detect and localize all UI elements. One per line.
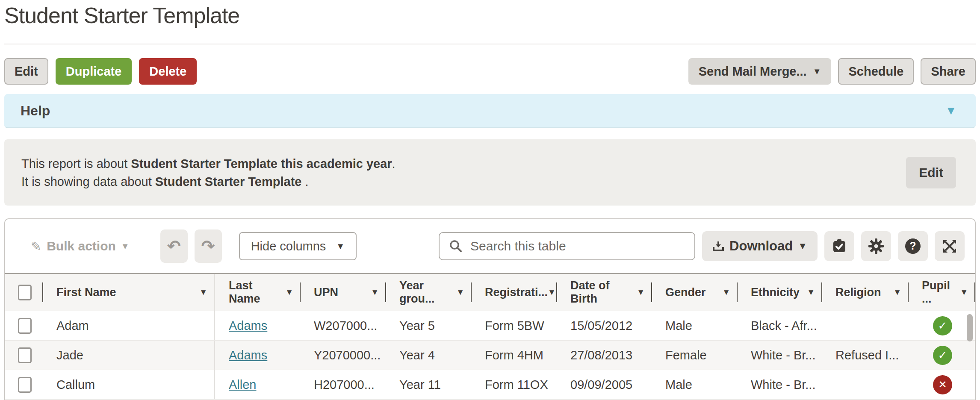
sort-chevron-icon[interactable]: ▼ [548,288,556,297]
schedule-button[interactable]: Schedule [838,58,914,85]
report-info-edit-button[interactable]: Edit [906,157,956,188]
fullscreen-button[interactable] [935,231,965,261]
bulk-action-label: Bulk action [47,239,116,253]
report-info-line2: It is showing data about Student Starter… [21,173,396,191]
send-mail-merge-button[interactable]: Send Mail Merge... ▼ [688,58,832,85]
undo-button[interactable]: ↶ [160,229,188,263]
sort-chevron-icon[interactable]: ▼ [285,288,293,297]
cell-ethnicity: Black - Afr... [737,311,822,340]
edit-button[interactable]: Edit [4,58,48,85]
sort-chevron-icon[interactable]: ▼ [199,288,207,297]
row-select-cell [5,370,43,399]
cell-registration: Form 4HM [471,341,557,370]
last-name-link[interactable]: Adams [229,348,267,362]
pencil-icon: ✎ [31,239,41,254]
table-panel: ✎ Bulk action ▼ ↶ ↷ Hide columns ▼ Do [4,218,976,400]
sort-chevron-icon[interactable]: ▼ [960,288,968,297]
chevron-down-icon: ▼ [121,242,130,250]
cell-last-name: Allen [215,370,300,399]
select-all-checkbox[interactable] [18,285,32,300]
cell-pupil-status: ✕ [908,370,975,399]
cell-date-of-birth: 15/05/2012 [557,311,652,340]
cell-upn: Y2070000... [300,341,386,370]
table-row: Adam Adams W207000... Year 5 Form 5BW 15… [5,311,975,340]
delete-button[interactable]: Delete [139,58,197,85]
column-header-registration[interactable]: Registrati...▼ [471,274,557,311]
chevron-down-icon: ▼ [813,67,821,76]
cell-first-name: Adam [43,311,215,340]
share-button[interactable]: Share [921,58,976,85]
table-header-row: First Name▼ Last Name▼ UPN▼ Year grou...… [5,273,975,311]
select-all-cell [5,274,43,311]
help-expand-chevron-icon[interactable]: ▼ [945,104,957,118]
row-checkbox[interactable] [18,318,32,334]
hide-columns-dropdown[interactable]: Hide columns ▼ [239,232,357,260]
cell-religion [822,370,908,399]
action-bar-right: Send Mail Merge... ▼ Schedule Share [688,58,976,85]
action-bar-left: Edit Duplicate Delete [4,58,197,85]
cell-ethnicity: White - Br... [737,370,822,399]
last-name-link[interactable]: Allen [229,378,257,392]
search-icon [449,239,463,253]
status-badge: ✕ [933,375,952,394]
cell-religion [822,311,908,340]
search-input[interactable] [470,239,686,253]
action-bar: Edit Duplicate Delete Send Mail Merge...… [4,58,976,85]
sort-chevron-icon[interactable]: ▼ [456,288,464,297]
row-checkbox[interactable] [18,347,32,363]
table-row: Jade Adams Y2070000... Year 4 Form 4HM 2… [5,340,975,370]
column-header-ethnicity[interactable]: Ethnicity▼ [737,274,822,311]
sort-chevron-icon[interactable]: ▼ [722,288,730,297]
sort-chevron-icon[interactable]: ▼ [807,288,815,297]
help-button[interactable]: ? [898,231,928,261]
svg-text:?: ? [909,240,916,252]
column-header-upn[interactable]: UPN▼ [300,274,386,311]
column-header-date-of-birth[interactable]: Date of Birth▼ [557,274,652,311]
header-divider [4,44,976,44]
cell-upn: W207000... [300,311,386,340]
sort-chevron-icon[interactable]: ▼ [893,288,901,297]
page-title: Student Starter Template [4,3,976,28]
download-icon [712,240,724,252]
cell-gender: Female [652,341,737,370]
cell-date-of-birth: 27/08/2013 [557,341,652,370]
cell-pupil-status: ✓ [908,311,975,340]
cell-year-group: Year 5 [386,311,471,340]
cell-last-name: Adams [215,311,300,340]
status-badge: ✓ [933,346,952,365]
cell-religion: Refused I... [822,341,908,370]
undo-icon: ↶ [167,237,181,256]
column-header-pupil[interactable]: Pupil ...▼ [908,274,975,311]
help-panel[interactable]: Help ▼ [4,94,976,128]
last-name-link[interactable]: Adams [229,319,267,333]
sort-chevron-icon[interactable]: ▼ [371,288,379,297]
report-info-box: This report is about Student Starter Tem… [4,139,976,206]
chevron-down-icon: ▼ [336,242,345,250]
tasks-button[interactable] [824,231,854,261]
column-header-year-group[interactable]: Year grou...▼ [386,274,471,311]
send-mail-merge-label: Send Mail Merge... [699,65,807,79]
hide-columns-label: Hide columns [251,239,326,253]
settings-button[interactable] [861,231,891,261]
cell-upn: H207000... [300,370,386,399]
row-select-cell [5,341,43,370]
cell-ethnicity: White - Br... [737,341,822,370]
sort-chevron-icon[interactable]: ▼ [637,288,645,297]
cell-registration: Form 11OX [471,370,557,399]
bulk-action-dropdown[interactable]: ✎ Bulk action ▼ [31,239,130,254]
redo-button[interactable]: ↷ [195,229,222,263]
help-panel-title: Help [21,103,50,119]
gear-icon [867,237,885,255]
column-header-last-name[interactable]: Last Name▼ [215,274,300,311]
download-button[interactable]: Download ▼ [702,231,818,261]
table-search [439,232,695,260]
column-header-religion[interactable]: Religion▼ [822,274,908,311]
table-toolbar: ✎ Bulk action ▼ ↶ ↷ Hide columns ▼ Do [5,219,975,273]
column-header-first-name[interactable]: First Name▼ [43,274,215,311]
row-checkbox[interactable] [18,377,32,393]
table-row: Callum Allen H207000... Year 11 Form 11O… [5,370,975,399]
table-scrollbar[interactable] [967,314,973,341]
duplicate-button[interactable]: Duplicate [56,58,132,85]
column-header-gender[interactable]: Gender▼ [652,274,737,311]
tasks-icon [831,238,848,255]
